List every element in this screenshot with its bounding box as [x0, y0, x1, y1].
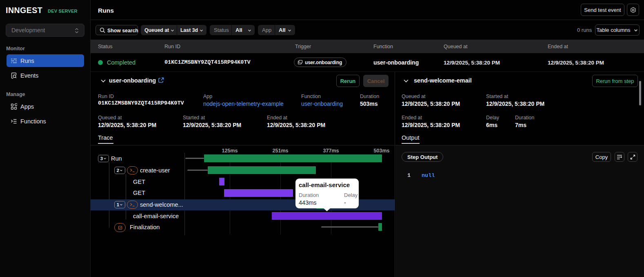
svg-text:DEV SERVER: DEV SERVER — [48, 9, 78, 13]
svg-text:INNGEST: INNGEST — [6, 7, 42, 14]
